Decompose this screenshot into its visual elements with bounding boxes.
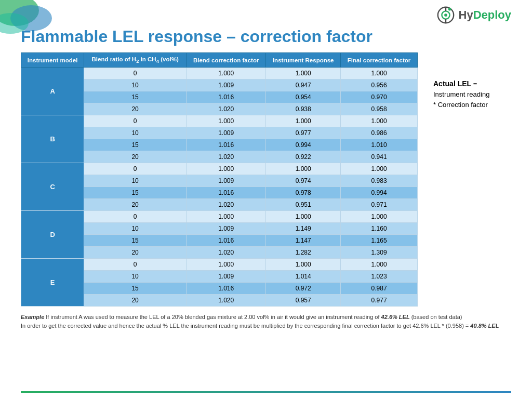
instrument-model-cell: C [21, 163, 84, 211]
instrument-response-cell: 0.954 [266, 91, 341, 103]
final-cf-cell: 1.309 [341, 247, 418, 259]
instrument-response-cell: 0.978 [266, 187, 341, 199]
final-cf-cell: 1.000 [341, 259, 418, 271]
blend-cf-cell: 1.016 [187, 283, 266, 295]
table-row: C01.0001.0001.000 [21, 163, 418, 175]
final-cf-cell: 1.000 [341, 163, 418, 175]
blend-cf-cell: 1.020 [187, 247, 266, 259]
final-cf-cell: 1.000 [341, 211, 418, 223]
blend-ratio-cell: 15 [84, 187, 187, 199]
col-blend-cf: Blend correction factor [187, 53, 266, 68]
blend-ratio-cell: 20 [84, 199, 187, 211]
final-cf-cell: 1.000 [341, 68, 418, 79]
final-cf-cell: 0.994 [341, 187, 418, 199]
blend-cf-cell: 1.016 [187, 139, 266, 151]
side-note-content: Actual LEL = Instrument reading * Correc… [433, 78, 506, 110]
blend-cf-cell: 1.016 [187, 187, 266, 199]
side-note-line2: * Correction factor [433, 101, 488, 109]
blend-ratio-cell: 15 [84, 139, 187, 151]
example-text: If instrument A was used to measure the … [44, 314, 381, 320]
col-final-cf: Final correction factor [341, 53, 418, 68]
instrument-response-cell: 0.922 [266, 151, 341, 163]
blend-cf-cell: 1.020 [187, 295, 266, 307]
instrument-model-cell: B [21, 115, 84, 163]
final-cf-cell: 1.165 [341, 235, 418, 247]
table-row: B01.0001.0001.000 [21, 115, 418, 127]
blend-cf-cell: 1.016 [187, 235, 266, 247]
final-cf-cell: 1.023 [341, 271, 418, 283]
bottom-text: Example If instrument A was used to meas… [21, 313, 511, 330]
deploy-text: Deploy [473, 8, 511, 21]
correction-factor-table: Instrument model Blend ratio of H2 in CH… [21, 52, 418, 307]
hydeplay-icon [436, 5, 456, 25]
bold-value-1: 42.6% LEL [381, 314, 410, 320]
side-note: Actual LEL = Instrument reading * Correc… [428, 73, 511, 115]
instrument-response-cell: 1.000 [266, 259, 341, 271]
blend-ratio-cell: 10 [84, 223, 187, 235]
instrument-response-cell: 1.149 [266, 223, 341, 235]
col-instrument-model: Instrument model [21, 53, 84, 68]
blend-ratio-cell: 10 [84, 271, 187, 283]
blend-ratio-cell: 10 [84, 79, 187, 91]
blend-ratio-cell: 0 [84, 259, 187, 271]
blend-ratio-cell: 15 [84, 283, 187, 295]
instrument-response-cell: 0.957 [266, 295, 341, 307]
table-row: D01.0001.0001.000 [21, 211, 418, 223]
blend-cf-cell: 1.009 [187, 79, 266, 91]
instrument-response-cell: 1.000 [266, 211, 341, 223]
final-cf-cell: 0.977 [341, 295, 418, 307]
col-instrument-response: Instrument Response [266, 53, 341, 68]
instrument-response-cell: 0.977 [266, 127, 341, 139]
col-blend-ratio: Blend ratio of H2 in CH4 (vol%) [84, 53, 187, 68]
correction-text: In order to get the corrected value and … [21, 323, 470, 329]
hydeplay-text: HyDeploy [459, 8, 511, 22]
blend-ratio-cell: 15 [84, 235, 187, 247]
svg-point-8 [448, 8, 451, 11]
blend-cf-cell: 1.020 [187, 199, 266, 211]
blend-cf-cell: 1.000 [187, 259, 266, 271]
instrument-response-cell: 1.147 [266, 235, 341, 247]
instrument-response-cell: 0.974 [266, 175, 341, 187]
instrument-response-cell: 1.000 [266, 115, 341, 127]
final-cf-cell: 0.986 [341, 127, 418, 139]
example-text2: (based on test data) [410, 314, 462, 320]
bold-value-2: 40.8% LEL [470, 323, 499, 329]
blend-cf-cell: 1.020 [187, 103, 266, 115]
instrument-response-cell: 1.282 [266, 247, 341, 259]
final-cf-cell: 0.970 [341, 91, 418, 103]
blend-cf-cell: 1.000 [187, 68, 266, 79]
final-cf-cell: 0.971 [341, 199, 418, 211]
table-container: Instrument model Blend ratio of H2 in CH… [21, 52, 418, 307]
blend-cf-cell: 1.000 [187, 211, 266, 223]
blend-ratio-cell: 20 [84, 247, 187, 259]
svg-point-5 [444, 14, 447, 17]
blend-ratio-cell: 0 [84, 68, 187, 79]
top-decoration [0, 0, 62, 36]
instrument-response-cell: 0.947 [266, 79, 341, 91]
blend-ratio-cell: 10 [84, 127, 187, 139]
blend-cf-cell: 1.009 [187, 175, 266, 187]
blend-cf-cell: 1.009 [187, 223, 266, 235]
instrument-response-cell: 0.938 [266, 103, 341, 115]
final-cf-cell: 0.941 [341, 151, 418, 163]
blend-ratio-cell: 20 [84, 151, 187, 163]
instrument-response-cell: 1.000 [266, 68, 341, 79]
blend-cf-cell: 1.000 [187, 115, 266, 127]
final-cf-cell: 0.956 [341, 79, 418, 91]
final-cf-cell: 1.000 [341, 115, 418, 127]
final-cf-cell: 0.987 [341, 283, 418, 295]
final-cf-cell: 0.983 [341, 175, 418, 187]
blend-cf-cell: 1.009 [187, 127, 266, 139]
blend-ratio-cell: 20 [84, 103, 187, 115]
header: HyDeploy [21, 5, 511, 25]
instrument-model-cell: E [21, 259, 84, 307]
blend-cf-cell: 1.009 [187, 271, 266, 283]
instrument-response-cell: 0.951 [266, 199, 341, 211]
hydeplay-logo: HyDeploy [436, 5, 511, 25]
instrument-response-cell: 1.000 [266, 163, 341, 175]
instrument-response-cell: 0.994 [266, 139, 341, 151]
final-cf-cell: 0.958 [341, 103, 418, 115]
correction-paragraph: In order to get the corrected value and … [21, 322, 511, 330]
final-cf-cell: 1.160 [341, 223, 418, 235]
page: HyDeploy Flammable LEL response – correc… [0, 0, 532, 399]
